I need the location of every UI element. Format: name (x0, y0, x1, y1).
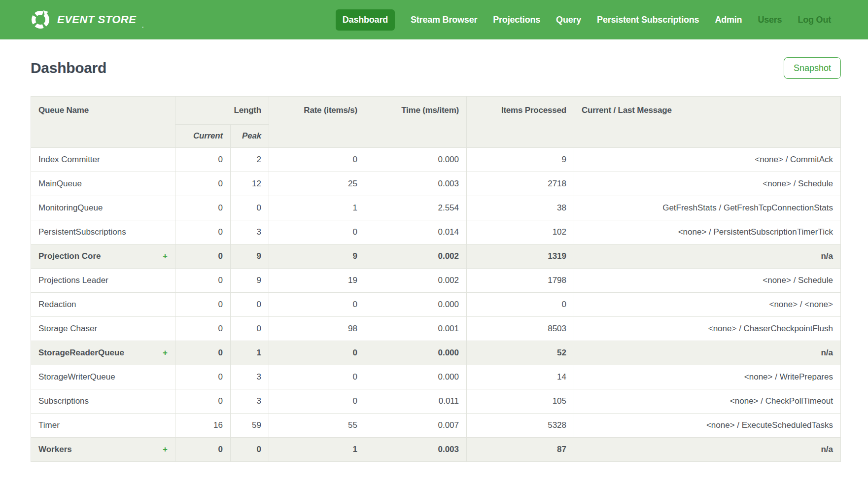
queue-name: StorageWriterQueue (38, 372, 115, 382)
nav-item-persistent-subscriptions[interactable]: Persistent Subscriptions (597, 15, 699, 25)
queue-items-processed: 87 (467, 438, 574, 462)
queue-length-peak: 3 (231, 220, 269, 244)
queue-time: 0.000 (365, 148, 467, 172)
queue-group-row: Workers+0010.00387n/a (31, 438, 841, 462)
nav-item-query[interactable]: Query (556, 15, 581, 25)
nav-item-stream-browser[interactable]: Stream Browser (411, 15, 477, 25)
queue-time: 0.003 (365, 172, 467, 196)
queues-table-header: Queue Name Length Rate (items/s) Time (m… (31, 97, 841, 148)
queue-name-cell: Projections Leader (31, 269, 175, 293)
snapshot-button[interactable]: Snapshot (784, 57, 841, 79)
queue-length-peak: 0 (231, 317, 269, 341)
queue-row: StorageWriterQueue0300.00014<none> / Wri… (31, 365, 841, 389)
expand-icon[interactable]: + (163, 445, 168, 454)
queue-row: Projections Leader09190.0021798<none> / … (31, 269, 841, 293)
queue-time: 0.007 (365, 414, 467, 438)
queue-items-processed: 1319 (467, 244, 574, 269)
expand-icon[interactable]: + (163, 348, 168, 358)
queue-length-peak: 3 (231, 389, 269, 414)
queue-name: Projections Leader (38, 276, 108, 285)
queue-row: Timer1659550.0075328<none> / ExecuteSche… (31, 414, 841, 438)
queue-time: 0.014 (365, 220, 467, 244)
column-header-items-processed: Items Processed (467, 97, 574, 148)
queue-length-current: 0 (175, 317, 231, 341)
queue-length-peak: 59 (231, 414, 269, 438)
brand-mark: . (142, 23, 143, 31)
queue-name-cell: Workers+ (31, 438, 175, 462)
queue-length-current: 0 (175, 244, 231, 269)
queue-message: <none> / <none> (574, 293, 841, 317)
queue-message: <none> / WritePrepares (574, 365, 841, 389)
queue-items-processed: 52 (467, 341, 574, 365)
queue-name-cell: MainQueue (31, 172, 175, 196)
queues-table: Queue Name Length Rate (items/s) Time (m… (31, 96, 841, 462)
queue-time: 0.000 (365, 365, 467, 389)
queue-message: <none> / CheckPollTimeout (574, 389, 841, 414)
brand-logo[interactable]: EVENT STORE . (30, 9, 143, 31)
queue-name: StorageReaderQueue (38, 348, 124, 358)
brand-name: EVENT STORE (57, 13, 136, 26)
queue-rate: 0 (269, 293, 365, 317)
nav-item-log-out[interactable]: Log Out (798, 15, 831, 25)
queue-length-current: 16 (175, 414, 231, 438)
queue-length-current: 0 (175, 269, 231, 293)
queue-message: n/a (574, 341, 841, 365)
queue-message: n/a (574, 438, 841, 462)
queue-length-peak: 9 (231, 269, 269, 293)
queue-length-current: 0 (175, 438, 231, 462)
event-store-logo-icon (30, 9, 51, 31)
queue-time: 0.001 (365, 317, 467, 341)
nav-item-dashboard[interactable]: Dashboard (336, 9, 395, 31)
queue-time: 2.554 (365, 196, 467, 220)
queue-time: 0.003 (365, 438, 467, 462)
queue-group-row: Projection Core+0990.0021319n/a (31, 244, 841, 269)
queue-length-current: 0 (175, 148, 231, 172)
page-title: Dashboard (31, 60, 106, 76)
queue-name: Timer (38, 420, 60, 430)
queue-name: PersistentSubscriptions (38, 227, 126, 237)
queues-table-body: Index Committer0200.0009<none> / CommitA… (31, 148, 841, 462)
column-header-message: Current / Last Message (574, 97, 841, 148)
queue-length-current: 0 (175, 172, 231, 196)
queue-row: Storage Chaser00980.0018503<none> / Chas… (31, 317, 841, 341)
queue-length-current: 0 (175, 196, 231, 220)
queue-row: Redaction0000.0000<none> / <none> (31, 293, 841, 317)
queue-length-current: 0 (175, 365, 231, 389)
column-header-length: Length (175, 97, 269, 125)
queue-length-peak: 0 (231, 293, 269, 317)
queue-name-cell: StorageReaderQueue+ (31, 341, 175, 365)
queue-rate: 19 (269, 269, 365, 293)
queue-name: Workers (38, 445, 72, 454)
queue-name-cell: Projection Core+ (31, 244, 175, 269)
queue-name-cell: Storage Chaser (31, 317, 175, 341)
queue-rate: 0 (269, 365, 365, 389)
expand-icon[interactable]: + (163, 251, 168, 261)
queue-length-peak: 3 (231, 365, 269, 389)
queue-row: MonitoringQueue0012.55438GetFreshStats /… (31, 196, 841, 220)
queue-message: <none> / ChaserCheckpointFlush (574, 317, 841, 341)
queue-length-current: 0 (175, 293, 231, 317)
dashboard-page: Dashboard Snapshot Queue Name Length Rat… (0, 57, 868, 482)
nav-item-admin[interactable]: Admin (715, 15, 742, 25)
queue-items-processed: 105 (467, 389, 574, 414)
queue-time: 0.002 (365, 244, 467, 269)
queue-items-processed: 8503 (467, 317, 574, 341)
queue-row: Index Committer0200.0009<none> / CommitA… (31, 148, 841, 172)
queue-message: GetFreshStats / GetFreshTcpConnectionSta… (574, 196, 841, 220)
queue-name: Redaction (38, 300, 76, 310)
queue-name-cell: Timer (31, 414, 175, 438)
nav-item-projections[interactable]: Projections (493, 15, 540, 25)
queue-rate: 0 (269, 220, 365, 244)
queue-rate: 98 (269, 317, 365, 341)
queue-items-processed: 1798 (467, 269, 574, 293)
column-header-rate: Rate (items/s) (269, 97, 365, 148)
queue-items-processed: 38 (467, 196, 574, 220)
queue-time: 0.011 (365, 389, 467, 414)
queue-rate: 0 (269, 341, 365, 365)
nav-item-users[interactable]: Users (758, 15, 782, 25)
queue-name: Projection Core (38, 251, 101, 261)
queue-time: 0.000 (365, 293, 467, 317)
queue-length-peak: 1 (231, 341, 269, 365)
queue-length-current: 0 (175, 220, 231, 244)
queue-items-processed: 0 (467, 293, 574, 317)
